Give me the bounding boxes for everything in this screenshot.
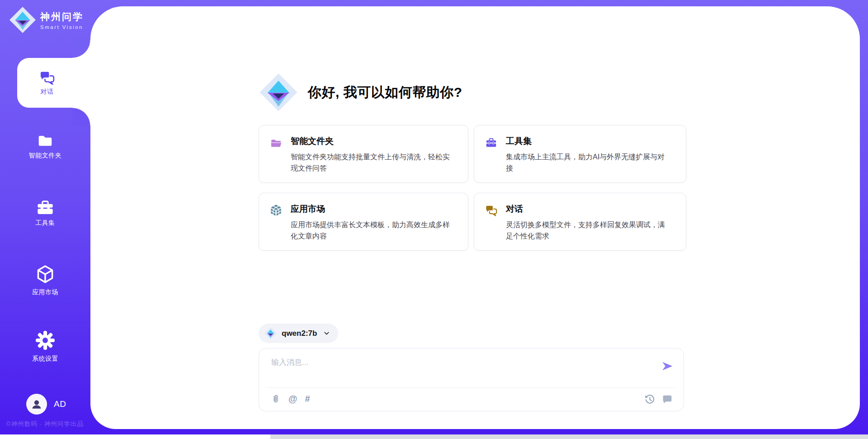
message-input[interactable]: [271, 357, 656, 383]
hash-icon: #: [305, 394, 310, 404]
send-plane-icon: [661, 360, 673, 372]
attach-file-button[interactable]: [271, 393, 281, 404]
mention-button[interactable]: @: [288, 393, 297, 404]
card-toolset[interactable]: 工具集 集成市场上主流工具，助力AI与外界无缝扩展与对接: [474, 125, 686, 183]
model-diamond-icon: [264, 327, 277, 339]
card-title: 对话: [506, 203, 675, 215]
model-selector[interactable]: qwen2:7b: [259, 324, 338, 343]
greeting-diamond-icon: [259, 73, 298, 112]
topic-button[interactable]: #: [305, 393, 310, 404]
greeting-block: 你好, 我可以如何帮助你?: [259, 72, 462, 112]
card-description: 灵活切换多模型文件，支持多样回复效果调试，满足个性化需求: [506, 219, 669, 242]
paperclip-icon: [271, 394, 281, 404]
history-clock-icon: [644, 394, 655, 404]
model-name: qwen2:7b: [282, 329, 317, 338]
card-title: 智能文件夹: [291, 135, 457, 147]
message-composer: @ #: [259, 348, 684, 411]
grid-cube-icon: [270, 204, 282, 216]
card-smart-folder[interactable]: 智能文件夹 智能文件夹功能支持批量文件上传与清洗，轻松实现文件问答: [259, 125, 468, 183]
history-button[interactable]: [644, 393, 655, 404]
chat-icon: [485, 204, 497, 216]
window-bottom-edge: [0, 434, 868, 439]
conversation-button[interactable]: [662, 393, 673, 404]
card-chat[interactable]: 对话 灵活切换多模型文件，支持多样回复效果调试，满足个性化需求: [474, 193, 686, 251]
greeting-title: 你好, 我可以如何帮助你?: [308, 83, 462, 102]
card-description: 集成市场上主流工具，助力AI与外界无缝扩展与对接: [506, 151, 669, 174]
composer-toolbar-right: [644, 393, 673, 404]
chevron-down-icon: [323, 329, 330, 337]
card-description: 智能文件夹功能支持批量文件上传与清洗，轻松实现文件问答: [291, 151, 453, 174]
main-content: 你好, 我可以如何帮助你? 智能文件夹 智能文件夹功能支持批量文件上传与清洗，轻…: [0, 0, 868, 439]
composer-toolbar-left: @ #: [271, 393, 310, 404]
card-title: 工具集: [506, 135, 675, 147]
card-app-market[interactable]: 应用市场 应用市场提供丰富长文本模板，助力高效生成多样化文章内容: [259, 193, 468, 251]
app-window: 神州问学 Smart Vision 对话 智能文件夹 工具集 应用市场 系统设置: [0, 0, 868, 439]
chat-bubble-icon: [662, 394, 673, 404]
toolbox-icon: [485, 136, 497, 148]
feature-cards: 智能文件夹 智能文件夹功能支持批量文件上传与清洗，轻松实现文件问答 工具集 集成…: [259, 125, 686, 251]
at-icon: @: [288, 394, 297, 404]
card-title: 应用市场: [291, 203, 457, 215]
composer-divider: [267, 387, 675, 388]
card-description: 应用市场提供丰富长文本模板，助力高效生成多样化文章内容: [291, 219, 453, 242]
send-button[interactable]: [660, 360, 673, 373]
folder-open-icon: [270, 136, 282, 148]
